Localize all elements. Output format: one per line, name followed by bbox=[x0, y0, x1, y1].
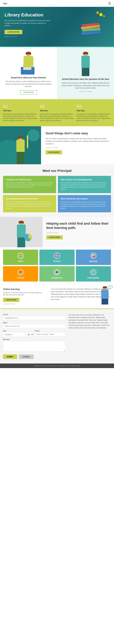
meet-grid: Learning is an active process Duis more … bbox=[3, 176, 111, 212]
phone-input[interactable] bbox=[35, 332, 65, 336]
form-phone-group: Phone bbox=[35, 330, 65, 337]
online-section: Online learning Sample text. Lorem ipsum… bbox=[0, 284, 114, 308]
numbered-section: 01 Title Here Duis more dolor in reprehe… bbox=[0, 99, 114, 126]
librarians-caption: Images from Freepik bbox=[61, 91, 110, 92]
online-text: Sample text. Lorem ipsum dolor sit amet,… bbox=[3, 292, 43, 296]
disable-button[interactable]: DISABLE bbox=[19, 354, 34, 359]
experience-col: Experience what you have learned We trea… bbox=[0, 47, 57, 99]
math-label: MATH bbox=[4, 260, 37, 262]
message-textarea[interactable] bbox=[3, 341, 65, 352]
footer-note: Sample text. Click to select this text b… bbox=[3, 365, 111, 366]
nav-logo: logo bbox=[3, 2, 7, 4]
name-label: Name bbox=[3, 322, 65, 324]
online-title: Online learning bbox=[3, 288, 43, 290]
hero-caption: images from Freepik bbox=[4, 36, 52, 37]
meet-card-0-text: Duis more dolor in reprehenderit in volu… bbox=[6, 182, 53, 188]
librarians-col: School librarians hear the question all … bbox=[57, 47, 114, 99]
nav-menu-icon[interactable]: ☰ bbox=[108, 2, 111, 5]
hero-learn-more-button[interactable]: LEARN MORE bbox=[4, 30, 22, 34]
good-things-right: Good things don't come easy Duis more do… bbox=[41, 126, 114, 164]
engineering-label: ENGINEERING bbox=[77, 277, 110, 279]
english-label: ENGLISH bbox=[4, 277, 37, 279]
hero-illustration bbox=[77, 8, 112, 42]
name-input[interactable] bbox=[3, 324, 65, 328]
meet-card-0-title: Learning is an active process bbox=[6, 178, 53, 181]
good-things-title: Good things don't come easy bbox=[46, 132, 110, 135]
helping-left bbox=[0, 217, 42, 247]
meet-card-2-text: Duis more dolor in reprehenderit in volu… bbox=[6, 201, 53, 210]
helping-right: Helping each child find and follow their… bbox=[42, 217, 114, 247]
good-things-text: Duis more dolor in reprehenderit in volu… bbox=[46, 137, 110, 145]
form-message-group: Message bbox=[3, 338, 65, 352]
medicine-label: MEDICINE bbox=[77, 260, 110, 262]
subject-english[interactable]: 📚 ENGLISH bbox=[3, 266, 38, 282]
librarians-title: School librarians hear the question all … bbox=[61, 78, 110, 80]
hero-content: Library Education Duis more dolor in rep… bbox=[4, 12, 52, 37]
meet-card-1: Help students set challenging goals Duis… bbox=[58, 176, 111, 193]
num-card-2: 02 Title Here Duis more dolor in reprehe… bbox=[40, 104, 74, 122]
num-text-2: Duis more dolor in reprehenderit in volu… bbox=[40, 113, 74, 122]
subject-technology[interactable]: 💻 TECHNOLOGY bbox=[39, 266, 74, 282]
english-icon: 📚 bbox=[17, 269, 24, 276]
date-label: Date bbox=[3, 330, 34, 332]
good-things-learn-more-button[interactable]: LEARN MORE bbox=[46, 150, 62, 154]
navbar: logo ☰ bbox=[0, 0, 114, 7]
helping-caption: Image from Freepik bbox=[46, 232, 110, 234]
num-text-1: Duis more dolor in reprehenderit in volu… bbox=[3, 113, 38, 122]
email-input[interactable] bbox=[3, 316, 65, 320]
technology-icon: 💻 bbox=[54, 269, 60, 276]
meet-card-3: Work individually with students Duis mor… bbox=[58, 195, 111, 212]
online-left: Online learning Sample text. Lorem ipsum… bbox=[0, 284, 47, 308]
num-card-1: 01 Title Here Duis more dolor in reprehe… bbox=[3, 104, 38, 122]
medicine-icon: 💊 bbox=[90, 252, 97, 259]
helping-illustration bbox=[11, 220, 32, 247]
num-title-1: Title Here bbox=[3, 110, 38, 112]
num-label-3: 03 bbox=[76, 104, 111, 109]
good-things-caption: Images from Freepik bbox=[46, 147, 110, 148]
meet-section: Meet our Principal Learning is an active… bbox=[0, 164, 114, 217]
helping-learn-more-button[interactable]: LEARN MORE bbox=[46, 235, 63, 240]
num-title-3: Title Here bbox=[76, 110, 111, 112]
submit-button[interactable]: SUBMIT bbox=[3, 354, 17, 359]
online-person-illustration: 💬 bbox=[98, 286, 112, 304]
online-right: Luctus accumsan tortor posuere ac ut con… bbox=[47, 284, 114, 308]
math-icon: 🧮 bbox=[17, 252, 24, 259]
meet-card-1-title: Help students set challenging goals bbox=[61, 178, 108, 181]
subjects-section: 🧮 MATH ⚛️ PHYSICS 💊 MEDICINE 📚 ENGLISH 💻… bbox=[0, 247, 114, 284]
hero-description: Duis more dolor in reprehenderit in volu… bbox=[4, 20, 52, 27]
technology-label: TECHNOLOGY bbox=[41, 277, 73, 279]
meet-card-3-text: Duis more dolor in reprehenderit in volu… bbox=[61, 201, 108, 210]
subject-medicine[interactable]: 💊 MEDICINE bbox=[76, 250, 111, 265]
experience-title: Experience what you have learned bbox=[4, 76, 53, 79]
meet-card-3-title: Work individually with students bbox=[61, 198, 108, 200]
message-label: Message bbox=[3, 338, 65, 340]
good-things-left bbox=[0, 126, 41, 164]
two-col-section: Experience what you have learned We trea… bbox=[0, 47, 114, 99]
good-things-section: Good things don't come easy Duis more do… bbox=[0, 126, 114, 164]
date-input[interactable] bbox=[3, 332, 25, 337]
engineering-icon: ⚙️ bbox=[90, 269, 97, 276]
form-email-group: E-mail bbox=[3, 314, 65, 320]
experience-learn-more-button[interactable]: LEARN MORE bbox=[20, 90, 37, 94]
online-caption: Image from Freepik bbox=[3, 303, 43, 305]
form-right-text: Id ut enim accumsan varius tempus malesu… bbox=[68, 314, 111, 329]
subject-engineering[interactable]: ⚙️ ENGINEERING bbox=[76, 266, 111, 282]
experience-text: We treat each child as a unique individu… bbox=[4, 80, 53, 88]
good-things-person bbox=[12, 134, 29, 164]
form-date-phone-row: Date JanFebMar Phone bbox=[3, 330, 65, 337]
num-card-3: 03 Title Here Duis more dolor in reprehe… bbox=[76, 104, 111, 122]
librarians-text: Quisque did sit amet urna nisl integer r… bbox=[61, 82, 110, 90]
hero-title: Library Education bbox=[4, 12, 52, 18]
subject-math[interactable]: 🧮 MATH bbox=[3, 250, 38, 265]
subject-physics[interactable]: ⚛️ PHYSICS bbox=[39, 250, 74, 265]
form-name-group: Name bbox=[3, 322, 65, 328]
num-title-2: Title Here bbox=[40, 110, 74, 112]
online-learn-more-button[interactable]: LEARN MORE bbox=[3, 298, 20, 302]
day-select[interactable]: JanFebMar bbox=[26, 332, 34, 337]
physics-icon: ⚛️ bbox=[54, 252, 60, 259]
meet-card-0: Learning is an active process Duis more … bbox=[3, 176, 56, 193]
form-right-content: Id ut enim accumsan varius tempus malesu… bbox=[68, 314, 111, 359]
experience-illustration bbox=[19, 52, 38, 74]
librarians-illustration bbox=[76, 52, 95, 76]
physics-label: PHYSICS bbox=[41, 260, 73, 262]
